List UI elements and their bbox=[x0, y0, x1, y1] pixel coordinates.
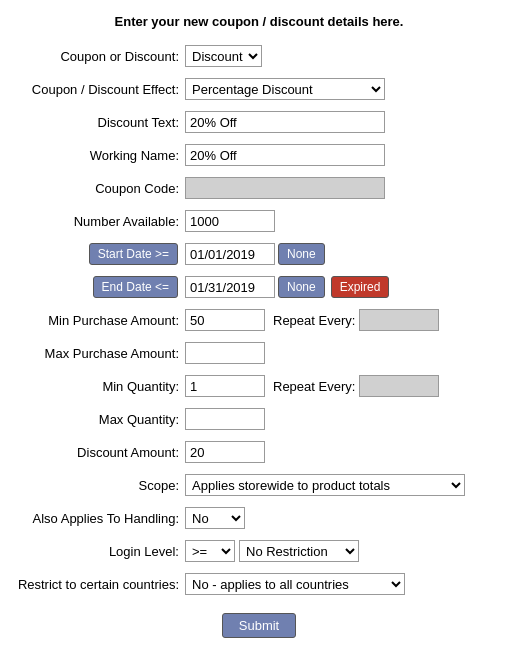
working-name-row: Working Name: bbox=[10, 142, 508, 168]
start-date-group: None bbox=[185, 243, 328, 265]
max-purchase-field bbox=[185, 342, 508, 364]
working-name-input[interactable] bbox=[185, 144, 385, 166]
min-purchase-field: Repeat Every: bbox=[185, 309, 508, 331]
login-level-restriction-select[interactable]: No Restriction bbox=[239, 540, 359, 562]
coupon-code-label: Coupon Code: bbox=[10, 181, 185, 196]
discount-amount-label: Discount Amount: bbox=[10, 445, 185, 460]
min-quantity-row: Min Quantity: Repeat Every: bbox=[10, 373, 508, 399]
page-container: Enter your new coupon / discount details… bbox=[0, 0, 518, 658]
working-name-field bbox=[185, 144, 508, 166]
end-date-expired-button[interactable]: Expired bbox=[331, 276, 390, 298]
end-date-row: End Date <= None Expired bbox=[10, 274, 508, 300]
number-available-row: Number Available: bbox=[10, 208, 508, 234]
restrict-countries-field: No - applies to all countries bbox=[185, 573, 508, 595]
also-applies-field: No Yes bbox=[185, 507, 508, 529]
number-available-input[interactable] bbox=[185, 210, 275, 232]
discount-amount-row: Discount Amount: bbox=[10, 439, 508, 465]
coupon-code-row: Coupon Code: bbox=[10, 175, 508, 201]
max-purchase-row: Max Purchase Amount: bbox=[10, 340, 508, 366]
end-date-button[interactable]: End Date <= bbox=[93, 276, 178, 298]
coupon-or-discount-select[interactable]: Discount Coupon bbox=[185, 45, 262, 67]
coupon-or-discount-label: Coupon or Discount: bbox=[10, 49, 185, 64]
repeat-every-purchase-input[interactable] bbox=[359, 309, 439, 331]
discount-text-field bbox=[185, 111, 508, 133]
discount-text-label: Discount Text: bbox=[10, 115, 185, 130]
max-quantity-input[interactable] bbox=[185, 408, 265, 430]
login-level-field: >= <= = No Restriction bbox=[185, 540, 508, 562]
coupon-code-input[interactable] bbox=[185, 177, 385, 199]
restrict-countries-row: Restrict to certain countries: No - appl… bbox=[10, 571, 508, 597]
min-quantity-label: Min Quantity: bbox=[10, 379, 185, 394]
min-purchase-row: Min Purchase Amount: Repeat Every: bbox=[10, 307, 508, 333]
end-date-input[interactable] bbox=[185, 276, 275, 298]
number-available-label: Number Available: bbox=[10, 214, 185, 229]
scope-select[interactable]: Applies storewide to product totals bbox=[185, 474, 465, 496]
min-purchase-input[interactable] bbox=[185, 309, 265, 331]
also-applies-select[interactable]: No Yes bbox=[185, 507, 245, 529]
submit-row: Submit bbox=[10, 613, 508, 638]
max-purchase-input[interactable] bbox=[185, 342, 265, 364]
min-purchase-label: Min Purchase Amount: bbox=[10, 313, 185, 328]
min-quantity-input[interactable] bbox=[185, 375, 265, 397]
login-level-row: Login Level: >= <= = No Restriction bbox=[10, 538, 508, 564]
discount-amount-field bbox=[185, 441, 508, 463]
coupon-code-field bbox=[185, 177, 508, 199]
login-level-operator-select[interactable]: >= <= = bbox=[185, 540, 235, 562]
discount-amount-input[interactable] bbox=[185, 441, 265, 463]
end-date-none-button[interactable]: None bbox=[278, 276, 325, 298]
max-quantity-row: Max Quantity: bbox=[10, 406, 508, 432]
end-date-group: None Expired bbox=[185, 276, 392, 298]
start-date-label-area: Start Date >= bbox=[10, 243, 185, 265]
coupon-or-discount-row: Coupon or Discount: Discount Coupon bbox=[10, 43, 508, 69]
start-date-row: Start Date >= None bbox=[10, 241, 508, 267]
discount-text-row: Discount Text: bbox=[10, 109, 508, 135]
restrict-countries-label: Restrict to certain countries: bbox=[10, 577, 185, 592]
repeat-every-qty-input[interactable] bbox=[359, 375, 439, 397]
scope-label: Scope: bbox=[10, 478, 185, 493]
submit-button[interactable]: Submit bbox=[222, 613, 296, 638]
start-date-button[interactable]: Start Date >= bbox=[89, 243, 178, 265]
login-level-label: Login Level: bbox=[10, 544, 185, 559]
discount-text-input[interactable] bbox=[185, 111, 385, 133]
discount-effect-select[interactable]: Percentage Discount Fixed Amount Discoun… bbox=[185, 78, 385, 100]
scope-row: Scope: Applies storewide to product tota… bbox=[10, 472, 508, 498]
number-available-field bbox=[185, 210, 508, 232]
discount-effect-label: Coupon / Discount Effect: bbox=[10, 82, 185, 97]
start-date-none-button[interactable]: None bbox=[278, 243, 325, 265]
working-name-label: Working Name: bbox=[10, 148, 185, 163]
min-quantity-field: Repeat Every: bbox=[185, 375, 508, 397]
max-purchase-label: Max Purchase Amount: bbox=[10, 346, 185, 361]
also-applies-row: Also Applies To Handling: No Yes bbox=[10, 505, 508, 531]
max-quantity-field bbox=[185, 408, 508, 430]
max-quantity-label: Max Quantity: bbox=[10, 412, 185, 427]
scope-field: Applies storewide to product totals bbox=[185, 474, 508, 496]
page-title: Enter your new coupon / discount details… bbox=[10, 10, 508, 29]
also-applies-label: Also Applies To Handling: bbox=[10, 511, 185, 526]
discount-effect-field: Percentage Discount Fixed Amount Discoun… bbox=[185, 78, 508, 100]
start-date-input[interactable] bbox=[185, 243, 275, 265]
repeat-every-purchase-label: Repeat Every: bbox=[273, 313, 355, 328]
discount-effect-row: Coupon / Discount Effect: Percentage Dis… bbox=[10, 76, 508, 102]
end-date-label-area: End Date <= bbox=[10, 276, 185, 298]
coupon-or-discount-field: Discount Coupon bbox=[185, 45, 508, 67]
restrict-countries-select[interactable]: No - applies to all countries bbox=[185, 573, 405, 595]
repeat-every-qty-label: Repeat Every: bbox=[273, 379, 355, 394]
